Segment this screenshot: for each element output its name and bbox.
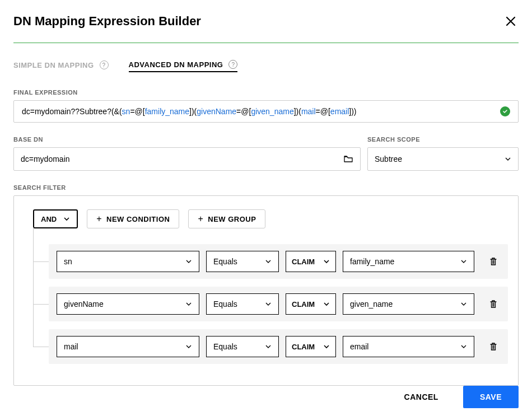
new-group-label: NEW GROUP xyxy=(208,215,256,223)
new-condition-label: NEW CONDITION xyxy=(106,215,170,223)
folder-icon[interactable] xyxy=(343,154,353,164)
plus-icon: + xyxy=(198,214,203,224)
chevron-down-icon xyxy=(63,216,70,222)
conditions-container: sn Equals CLAIM family_name xyxy=(33,244,508,364)
search-filter-box: AND + NEW CONDITION + NEW GROUP sn Equal xyxy=(13,195,519,386)
operator-value: AND xyxy=(41,215,57,223)
condition-row: mail Equals CLAIM email xyxy=(49,329,508,364)
chevron-down-icon xyxy=(265,301,272,307)
valid-check-badge xyxy=(500,106,510,116)
expr-text-keyword: given_name xyxy=(251,107,293,116)
expr-text-plain: ])) xyxy=(349,107,356,116)
comparison-value: Equals xyxy=(213,300,237,309)
plus-icon: + xyxy=(96,214,102,224)
tab-simple-dn-mapping[interactable]: SIMPLE DN MAPPING ? xyxy=(13,60,109,72)
expr-text-plain: ])( xyxy=(189,107,197,116)
dialog-title: DN Mapping Expression Builder xyxy=(13,14,201,29)
expr-text-keyword: mail xyxy=(301,107,316,116)
base-dn-label: BASE DN xyxy=(13,136,361,143)
comparison-select[interactable]: Equals xyxy=(206,251,279,272)
chevron-down-icon xyxy=(505,156,511,162)
condition-row: sn Equals CLAIM family_name xyxy=(49,244,508,279)
value-select[interactable]: family_name xyxy=(343,251,474,272)
expr-text-keyword: sn xyxy=(122,107,130,116)
final-expression-value: dc=mydomain??Subtree?(&(sn=@[family_name… xyxy=(22,107,357,116)
attribute-value: mail xyxy=(64,342,78,351)
search-scope-value: Subtree xyxy=(375,155,402,163)
tab-advanced-label: ADVANCED DN MAPPING xyxy=(129,60,223,69)
expr-text-plain: =@[ xyxy=(236,107,251,116)
comparison-select[interactable]: Equals xyxy=(206,293,279,315)
value-value: given_name xyxy=(350,300,393,309)
value-type-select[interactable]: CLAIM xyxy=(286,293,336,315)
value-select[interactable]: email xyxy=(343,336,474,357)
value-type-value: CLAIM xyxy=(292,300,315,309)
value-type-value: CLAIM xyxy=(292,258,315,266)
attribute-select[interactable]: sn xyxy=(57,251,199,272)
chevron-down-icon xyxy=(323,258,330,265)
save-button[interactable]: SAVE xyxy=(463,386,519,408)
comparison-value: Equals xyxy=(213,342,237,351)
final-expression-box: dc=mydomain??Subtree?(&(sn=@[family_name… xyxy=(13,100,519,123)
chevron-down-icon xyxy=(185,301,192,307)
help-icon[interactable]: ? xyxy=(100,60,109,69)
delete-condition-button[interactable] xyxy=(487,255,500,268)
value-value: email xyxy=(350,342,368,351)
tab-advanced-dn-mapping[interactable]: ADVANCED DN MAPPING ? xyxy=(129,60,238,72)
chevron-down-icon xyxy=(265,343,272,350)
expr-text-keyword: givenName xyxy=(197,107,236,116)
chevron-down-icon xyxy=(323,301,330,307)
expr-text-plain: =@[ xyxy=(316,107,330,116)
attribute-value: sn xyxy=(64,257,72,266)
attribute-value: givenName xyxy=(64,300,104,309)
value-select[interactable]: given_name xyxy=(343,293,474,315)
comparison-value: Equals xyxy=(213,257,237,266)
trash-icon xyxy=(488,299,498,309)
chevron-down-icon xyxy=(185,258,192,265)
help-icon[interactable]: ? xyxy=(228,60,237,69)
base-dn-input[interactable]: dc=mydomain xyxy=(13,147,361,171)
cancel-button[interactable]: CANCEL xyxy=(404,392,438,401)
tree-connector xyxy=(33,227,34,347)
delete-condition-button[interactable] xyxy=(487,340,500,353)
chevron-down-icon xyxy=(185,343,192,350)
expr-text-plain: =@[ xyxy=(130,107,144,116)
value-type-value: CLAIM xyxy=(292,343,315,351)
comparison-select[interactable]: Equals xyxy=(206,336,279,357)
expr-text-plain: dc=mydomain??Subtree?(&( xyxy=(22,107,122,116)
tabs: SIMPLE DN MAPPING ? ADVANCED DN MAPPING … xyxy=(13,60,519,72)
value-value: family_name xyxy=(350,257,394,266)
close-button[interactable] xyxy=(503,13,519,29)
expr-text-keyword: email xyxy=(330,107,349,116)
tab-simple-label: SIMPLE DN MAPPING xyxy=(13,61,94,69)
search-filter-label: SEARCH FILTER xyxy=(13,184,519,191)
header-divider xyxy=(13,43,519,43)
search-scope-select[interactable]: Subtree xyxy=(367,147,519,171)
close-icon xyxy=(505,16,516,27)
operator-select[interactable]: AND xyxy=(33,209,78,228)
trash-icon xyxy=(488,256,498,267)
new-group-button[interactable]: + NEW GROUP xyxy=(188,209,265,228)
chevron-down-icon xyxy=(265,258,272,265)
attribute-select[interactable]: givenName xyxy=(57,293,199,315)
chevron-down-icon xyxy=(460,258,467,265)
chevron-down-icon xyxy=(460,343,467,350)
expr-text-plain: ])( xyxy=(294,107,301,116)
search-scope-label: SEARCH SCOPE xyxy=(367,136,519,143)
chevron-down-icon xyxy=(460,301,467,307)
condition-row: givenName Equals CLAIM given_name xyxy=(49,287,508,321)
value-type-select[interactable]: CLAIM xyxy=(286,251,336,272)
base-dn-value: dc=mydomain xyxy=(21,155,70,163)
value-type-select[interactable]: CLAIM xyxy=(286,336,336,357)
final-expression-label: FINAL EXPRESSION xyxy=(13,89,519,96)
delete-condition-button[interactable] xyxy=(487,297,500,311)
trash-icon xyxy=(488,342,498,352)
chevron-down-icon xyxy=(323,343,330,350)
expr-text-keyword: family_name xyxy=(145,107,189,116)
new-condition-button[interactable]: + NEW CONDITION xyxy=(87,209,179,228)
attribute-select[interactable]: mail xyxy=(57,336,199,357)
check-icon xyxy=(502,109,508,114)
